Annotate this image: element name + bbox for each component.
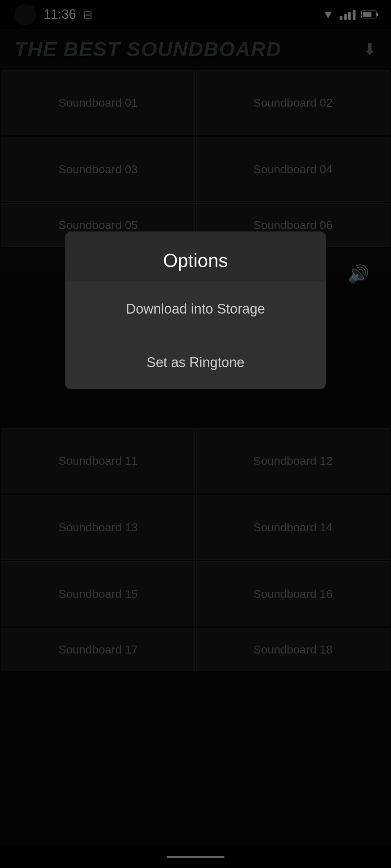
download-storage-button[interactable]: Download into Storage bbox=[65, 282, 326, 336]
dialog-title-area: Options bbox=[65, 231, 326, 282]
overlay[interactable]: Options Download into Storage Set as Rin… bbox=[0, 0, 391, 868]
dialog-title: Options bbox=[163, 250, 228, 271]
options-dialog: Options Download into Storage Set as Rin… bbox=[65, 231, 326, 389]
set-ringtone-button[interactable]: Set as Ringtone bbox=[65, 336, 326, 389]
